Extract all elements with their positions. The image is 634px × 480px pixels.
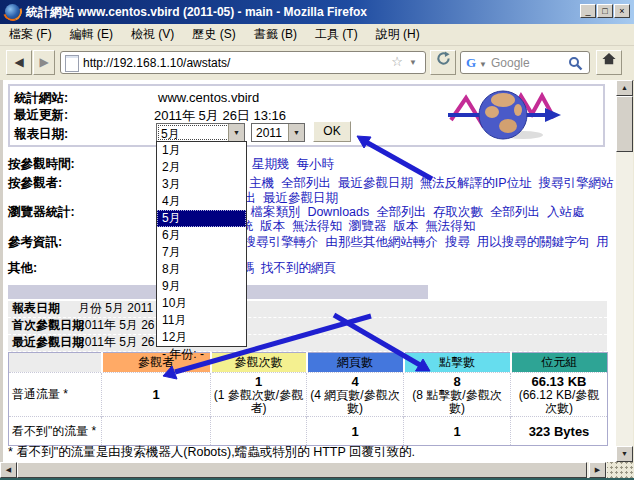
- month-option[interactable]: 1月: [157, 142, 246, 159]
- scroll-right-icon[interactable]: ▶: [589, 462, 606, 478]
- period-label: 報表日期:: [14, 126, 68, 143]
- google-icon[interactable]: G: [466, 55, 476, 71]
- stats-header-row: 參觀者 參觀次數 網頁數 點擊數 位元組: [9, 353, 608, 373]
- menu-row-label-browser-stats: 瀏覽器統計:: [8, 204, 75, 221]
- stats-header-empty: [9, 353, 102, 373]
- window-border: [0, 80, 3, 462]
- summary-row-first-visit: 首次參觀日期 2011年 5月 26日: [8, 318, 607, 335]
- forward-icon: ▶: [39, 55, 48, 69]
- month-select[interactable]: 5月 ▼: [156, 123, 245, 142]
- month-option[interactable]: 12月: [157, 329, 246, 346]
- menu-file[interactable]: 檔案 (F): [0, 26, 61, 43]
- menu-history[interactable]: 歷史 (S): [183, 26, 244, 43]
- summary-label: 首次參觀日期: [12, 318, 84, 333]
- home-button[interactable]: [596, 50, 622, 75]
- stats-header-pages: 網頁數: [307, 353, 404, 373]
- url-bar[interactable]: http://192.168.1.10/awstats/ ☆ ▼: [60, 51, 426, 74]
- ok-button[interactable]: OK: [313, 121, 351, 142]
- visits-value: 1: [213, 374, 304, 389]
- horizontal-scrollbar-thumb[interactable]: [17, 462, 587, 478]
- pages-value: 4: [309, 374, 401, 389]
- menu-links-referrers[interactable]: 些搜尋引擎轉介 由那些其他網站轉介 搜尋 用以搜尋的關鍵字句 用: [231, 234, 609, 251]
- firefox-icon: [5, 4, 20, 19]
- menu-links-browser-stats-2[interactable]: 系統 版本 無法得知 瀏覽器 版本 無法得知: [228, 218, 475, 235]
- menu-edit[interactable]: 編輯 (E): [61, 26, 122, 43]
- vertical-scrollbar[interactable]: ▲ ▼: [616, 80, 633, 462]
- back-button[interactable]: ◀: [6, 50, 32, 75]
- menu-row-label-referrers: 參考資訊:: [8, 234, 62, 251]
- url-dropdown-icon[interactable]: ▼: [409, 58, 417, 67]
- year-select-value: 2011: [256, 126, 282, 140]
- summary-rows: 報表日期 月份 5月 2011 首次參觀日期 2011年 5月 26日 最近參觀…: [8, 301, 607, 352]
- month-option[interactable]: - 年份: -: [157, 346, 246, 363]
- title-bar: 統計網站 www.centos.vbird (2011-05) - main -…: [0, 0, 634, 24]
- home-icon: [601, 51, 617, 66]
- browser-window: 統計網站 www.centos.vbird (2011-05) - main -…: [0, 0, 634, 480]
- reload-button[interactable]: [430, 50, 456, 75]
- summary-label: 最近參觀日期: [12, 335, 84, 350]
- close-button[interactable]: ×: [614, 4, 630, 18]
- hits-value: 8: [406, 374, 508, 389]
- summary-row-last-visit: 最近參觀日期 2011年 5月 26日 13:16: [8, 335, 607, 352]
- summary-value: 月份 5月 2011: [78, 301, 153, 316]
- menu-view[interactable]: 檢視 (V): [122, 26, 183, 43]
- month-option[interactable]: 11月: [157, 312, 246, 329]
- month-option[interactable]: 8月: [157, 261, 246, 278]
- vertical-scrollbar-thumb[interactable]: [616, 96, 633, 152]
- pages-value: 1: [309, 424, 401, 439]
- stats-header-bytes: 位元組: [511, 353, 608, 373]
- minimize-button[interactable]: _: [580, 4, 596, 18]
- resize-grip[interactable]: [607, 462, 634, 478]
- maximize-button[interactable]: □: [597, 4, 613, 18]
- awstats-info-box: 統計網站: www.centos.vbird 最近更新: 2011年 5月 26…: [8, 84, 605, 147]
- forward-button[interactable]: ▶: [33, 50, 55, 75]
- pages-ratio: (4 網頁數/參觀次數): [309, 389, 401, 415]
- navigation-toolbar: ◀ ▶ http://192.168.1.10/awstats/ ☆ ▼ G ▼…: [0, 46, 634, 81]
- chevron-down-icon[interactable]: ▼: [228, 124, 244, 141]
- menu-links-by-time[interactable]: 星期幾 每小時: [252, 156, 334, 173]
- footnote: * 看不到"的流量是由搜索機器人(Robots),蠕蟲或特別的 HTTP 回覆引…: [8, 444, 415, 461]
- reload-icon: [436, 51, 451, 66]
- search-box[interactable]: G ▼ Google: [460, 51, 590, 74]
- hits-value: 1: [406, 424, 508, 439]
- month-option[interactable]: 9月: [157, 278, 246, 295]
- stats-row-viewed-traffic: 普通流量 * 1 1 (1 參觀次數/參觀者) 4 (4 網頁數/參觀次數) 8…: [9, 373, 608, 417]
- bytes-value: 323 Bytes: [513, 424, 605, 439]
- month-option[interactable]: 4月: [157, 193, 246, 210]
- menu-help[interactable]: 說明 (H): [367, 26, 429, 43]
- row-label: 普通流量 *: [9, 373, 102, 417]
- awstats-logo: [445, 88, 563, 144]
- menu-tools[interactable]: 工具 (T): [306, 26, 367, 43]
- search-input[interactable]: Google: [491, 56, 530, 70]
- month-option[interactable]: 7月: [157, 244, 246, 261]
- scroll-left-icon[interactable]: ◀: [0, 462, 17, 478]
- month-option[interactable]: 2月: [157, 159, 246, 176]
- menu-bar: 檔案 (F) 編輯 (E) 檢視 (V) 歷史 (S) 書籤 (B) 工具 (T…: [0, 24, 634, 46]
- menu-row-label-by-visitor: 按參觀者:: [8, 175, 62, 192]
- row-label: 看不到"的流量 *: [9, 417, 102, 446]
- bytes-value: 66.13 KB: [513, 374, 605, 389]
- url-text[interactable]: http://192.168.1.10/awstats/: [83, 56, 230, 70]
- menu-bookmarks[interactable]: 書籤 (B): [245, 26, 306, 43]
- search-magnifier-icon[interactable]: [568, 56, 583, 71]
- bookmark-star-icon[interactable]: ☆: [391, 54, 403, 69]
- month-option[interactable]: 10月: [157, 295, 246, 312]
- site-value: www.centos.vbird: [158, 90, 259, 105]
- menu-row-label-by-time: 按參觀時間:: [8, 156, 75, 173]
- horizontal-scrollbar[interactable]: ◀ ▶: [0, 462, 634, 478]
- visitors-value: 1: [104, 387, 208, 402]
- month-option[interactable]: 6月: [157, 227, 246, 244]
- summary-value: 2011年 5月 26日: [78, 318, 167, 333]
- search-engine-dropdown-icon[interactable]: ▼: [479, 60, 487, 69]
- month-dropdown-list: 1月 2月 3月 4月 5月 6月 7月 8月 9月 10月 11月 12月 -…: [156, 141, 247, 347]
- window-title: 統計網站 www.centos.vbird (2011-05) - main -…: [26, 4, 367, 21]
- page-content: 統計網站: www.centos.vbird 最近更新: 2011年 5月 26…: [0, 80, 616, 462]
- chevron-down-icon[interactable]: ▼: [288, 124, 304, 141]
- month-option[interactable]: 3月: [157, 176, 246, 193]
- scroll-down-icon[interactable]: ▼: [616, 446, 633, 462]
- summary-label: 報表日期: [12, 301, 60, 316]
- month-option-selected[interactable]: 5月: [157, 210, 246, 227]
- year-select[interactable]: 2011 ▼: [251, 123, 305, 142]
- site-label: 統計網站:: [14, 90, 68, 107]
- scroll-up-icon[interactable]: ▲: [616, 80, 633, 96]
